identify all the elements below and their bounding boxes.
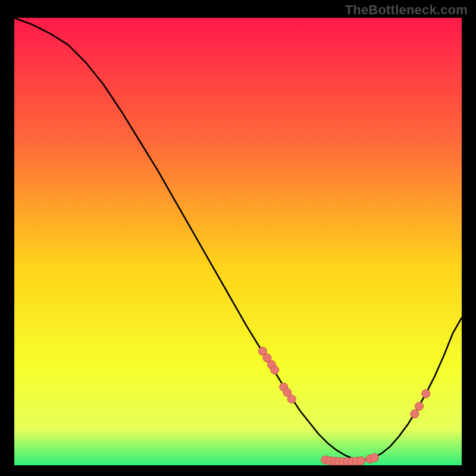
gradient-background	[14, 18, 462, 465]
data-point	[287, 395, 296, 403]
data-point	[415, 402, 424, 411]
chart-svg	[14, 18, 462, 465]
watermark-text: TheBottleneck.com	[345, 2, 468, 18]
data-point	[370, 453, 378, 462]
plot-area	[14, 18, 462, 465]
data-point	[357, 456, 365, 465]
data-point	[271, 366, 279, 374]
data-point	[422, 390, 430, 398]
chart-frame: TheBottleneck.com	[0, 0, 476, 476]
data-point	[411, 410, 419, 418]
